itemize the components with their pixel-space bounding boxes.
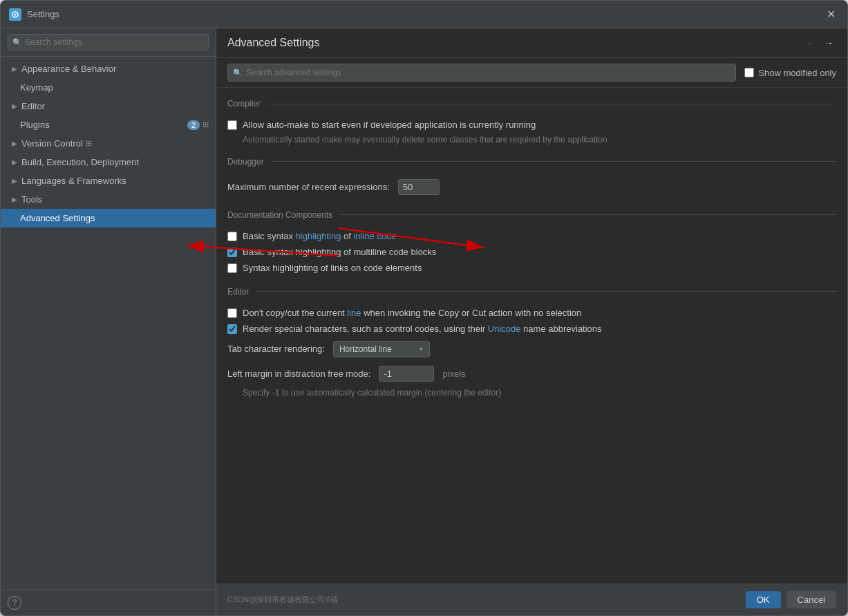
left-margin-label: Left margin in distraction free mode: bbox=[227, 368, 370, 379]
sidebar-item-plugins[interactable]: Plugins 2 ⊞ bbox=[1, 115, 216, 134]
tab-rendering-select[interactable]: Horizontal line Arrow None bbox=[333, 341, 430, 357]
inline-syntax-checkbox[interactable] bbox=[227, 232, 237, 241]
sidebar-item-label: Appearance & Behavior bbox=[21, 64, 116, 74]
links-syntax-checkbox[interactable] bbox=[227, 263, 237, 273]
settings-window: Settings ✕ 🔍 ▶ Appearance & Behavior bbox=[0, 0, 848, 616]
plugins-badge: 2 bbox=[187, 120, 200, 130]
section-divider bbox=[339, 214, 836, 215]
inline-syntax-text: Basic syntax highlighting of inline code bbox=[243, 231, 397, 241]
sidebar-item-version-control[interactable]: ▶ Version Control ⊞ bbox=[1, 134, 216, 153]
main-panel: Advanced Settings ← → 🔍 Show modified on… bbox=[216, 28, 847, 615]
sidebar-item-tools[interactable]: ▶ Tools bbox=[1, 190, 216, 209]
panel-header: Advanced Settings ← → bbox=[216, 28, 847, 58]
max-expressions-row: Maximum number of recent expressions: bbox=[227, 175, 836, 199]
render-special-label[interactable]: Render special characters, such as contr… bbox=[227, 324, 602, 334]
show-modified-text: Show modified only bbox=[758, 68, 836, 78]
show-modified-checkbox[interactable] bbox=[744, 68, 754, 77]
sidebar-item-label: Version Control bbox=[21, 138, 83, 149]
bottom-bar: CSDN@深圳市有德有限公司©瑞 OK Cancel bbox=[216, 584, 847, 615]
tab-rendering-label: Tab character rendering: bbox=[227, 344, 325, 354]
sidebar-search-input[interactable] bbox=[8, 34, 209, 50]
sidebar-item-label: Languages & Frameworks bbox=[21, 176, 126, 186]
documentation-title: Documentation Components bbox=[227, 210, 332, 220]
auto-make-label[interactable]: Allow auto-make to start even if develop… bbox=[227, 120, 536, 130]
render-special-checkbox[interactable] bbox=[227, 324, 237, 334]
sidebar-item-label: Plugins bbox=[20, 120, 50, 130]
auto-make-text: Allow auto-make to start even if develop… bbox=[243, 120, 536, 130]
copy-cut-text: Don't copy/cut the current line when inv… bbox=[243, 308, 581, 318]
max-expressions-input[interactable] bbox=[398, 179, 440, 195]
settings-search-wrapper: 🔍 bbox=[227, 64, 736, 82]
documentation-section-header: Documentation Components bbox=[227, 210, 836, 220]
render-special-text: Render special characters, such as contr… bbox=[243, 324, 602, 334]
sidebar-item-build[interactable]: ▶ Build, Execution, Deployment bbox=[1, 153, 216, 171]
debugger-section: Debugger Maximum number of recent expres… bbox=[227, 157, 836, 199]
nav-arrows: ← → bbox=[803, 35, 836, 50]
window-title: Settings bbox=[27, 9, 822, 19]
arrow-icon: ▶ bbox=[12, 102, 17, 110]
sidebar-item-label: Build, Execution, Deployment bbox=[21, 157, 139, 167]
sidebar-nav: ▶ Appearance & Behavior Keymap ▶ Editor … bbox=[1, 57, 216, 590]
arrow-icon: ▶ bbox=[12, 158, 17, 166]
section-divider bbox=[256, 291, 836, 292]
forward-button[interactable]: → bbox=[821, 35, 836, 50]
sidebar-item-editor[interactable]: ▶ Editor bbox=[1, 97, 216, 115]
sidebar-bottom: ? bbox=[1, 590, 216, 615]
sidebar-item-languages[interactable]: ▶ Languages & Frameworks bbox=[1, 171, 216, 190]
margin-description: Specify -1 to use automatically calculat… bbox=[243, 387, 836, 399]
editor-section-header: Editor bbox=[227, 287, 836, 297]
inline-syntax-label[interactable]: Basic syntax highlighting of inline code bbox=[227, 231, 397, 241]
section-divider bbox=[267, 104, 836, 104]
sidebar-item-keymap[interactable]: Keymap bbox=[1, 78, 216, 97]
section-divider bbox=[271, 161, 836, 162]
watermark-text: CSDN@深圳市有德有限公司©瑞 bbox=[227, 595, 746, 605]
copy-cut-label[interactable]: Don't copy/cut the current line when inv… bbox=[227, 308, 581, 318]
svg-point-1 bbox=[15, 13, 17, 15]
sidebar: 🔍 ▶ Appearance & Behavior Keymap ▶ Edito… bbox=[1, 28, 216, 615]
pixels-label: pixels bbox=[442, 368, 465, 379]
left-margin-input[interactable] bbox=[379, 366, 434, 382]
ok-button[interactable]: OK bbox=[746, 591, 781, 608]
main-content: 🔍 ▶ Appearance & Behavior Keymap ▶ Edito… bbox=[1, 28, 847, 615]
sidebar-item-label: Tools bbox=[21, 194, 42, 205]
render-special-row: Render special characters, such as contr… bbox=[227, 321, 836, 337]
auto-make-row: Allow auto-make to start even if develop… bbox=[227, 117, 836, 133]
left-margin-row: Left margin in distraction free mode: pi… bbox=[227, 362, 836, 386]
max-expressions-label: Maximum number of recent expressions: bbox=[227, 182, 390, 192]
plugins-icon: ⊞ bbox=[202, 120, 209, 129]
vc-icon: ⊞ bbox=[86, 139, 92, 148]
multiline-syntax-row: Basic syntax highlighting of multiline c… bbox=[227, 244, 836, 260]
title-bar: Settings ✕ bbox=[1, 1, 847, 28]
copy-cut-checkbox[interactable] bbox=[227, 308, 237, 318]
links-syntax-row: Syntax highlighting of links on code ele… bbox=[227, 260, 836, 276]
documentation-section: Documentation Components Basic syntax hi… bbox=[227, 210, 836, 276]
debugger-title: Debugger bbox=[227, 157, 264, 167]
sidebar-item-advanced[interactable]: Advanced Settings bbox=[1, 209, 216, 227]
multiline-syntax-label[interactable]: Basic syntax highlighting of multiline c… bbox=[227, 247, 436, 257]
multiline-syntax-checkbox[interactable] bbox=[227, 248, 237, 257]
cancel-button[interactable]: Cancel bbox=[786, 591, 836, 608]
sidebar-search-icon: 🔍 bbox=[12, 38, 22, 47]
links-syntax-label[interactable]: Syntax highlighting of links on code ele… bbox=[227, 263, 422, 273]
settings-search-input[interactable] bbox=[227, 64, 736, 82]
show-modified-label[interactable]: Show modified only bbox=[744, 68, 836, 78]
content-area: Compiler Allow auto-make to start even i… bbox=[216, 88, 847, 584]
arrow-icon: ▶ bbox=[12, 140, 17, 147]
back-button[interactable]: ← bbox=[803, 35, 818, 50]
sidebar-item-label: Editor bbox=[21, 101, 45, 111]
copy-cut-row: Don't copy/cut the current line when inv… bbox=[227, 305, 836, 321]
close-button[interactable]: ✕ bbox=[822, 6, 839, 23]
search-row: 🔍 Show modified only bbox=[216, 58, 847, 88]
auto-make-checkbox[interactable] bbox=[227, 120, 237, 130]
sidebar-item-label: Keymap bbox=[20, 82, 53, 93]
editor-title: Editor bbox=[227, 287, 249, 297]
links-syntax-text: Syntax highlighting of links on code ele… bbox=[243, 263, 422, 273]
inline-syntax-row: Basic syntax highlighting of inline code bbox=[227, 228, 836, 244]
sidebar-item-label: Advanced Settings bbox=[20, 213, 95, 223]
compiler-section-header: Compiler bbox=[227, 99, 836, 109]
auto-make-description: Automatically started make may eventuall… bbox=[243, 134, 836, 146]
sidebar-item-appearance[interactable]: ▶ Appearance & Behavior bbox=[1, 59, 216, 78]
tab-rendering-row: Tab character rendering: Horizontal line… bbox=[227, 337, 836, 362]
arrow-icon: ▶ bbox=[12, 196, 17, 203]
help-button[interactable]: ? bbox=[8, 596, 21, 610]
